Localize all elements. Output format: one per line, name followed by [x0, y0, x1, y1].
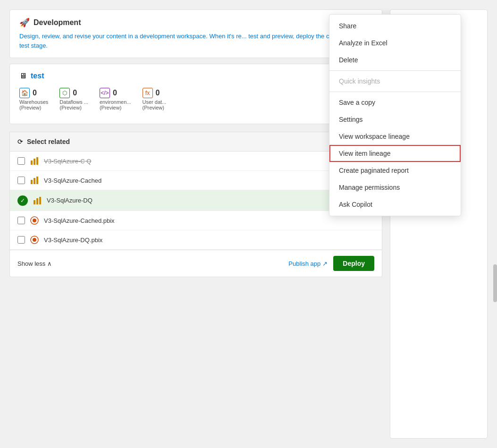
test-header: 🖥 test — [19, 72, 372, 80]
development-icon: 🚀 — [19, 17, 30, 28]
main-container: 🚀 Development Design, review, and revise… — [0, 0, 497, 448]
environments-label: environmen... — [100, 99, 131, 105]
warehouse-sublabel: (Preview) — [19, 105, 41, 110]
userdata-icon: fx — [143, 88, 153, 98]
development-card: 🚀 Development Design, review, and revise… — [9, 9, 382, 58]
development-description: Design, review, and revise your content … — [19, 32, 372, 50]
scrollbar-thumb[interactable] — [493, 264, 497, 302]
development-title: Development — [34, 18, 81, 27]
svg-rect-2 — [36, 157, 38, 165]
list-item[interactable]: V3-SqlAzure-Cached.pbix — [10, 211, 382, 230]
menu-item-ask-copilot[interactable]: Ask Copilot — [329, 196, 461, 213]
menu-item-manage-permissions[interactable]: Manage permissions — [329, 179, 461, 196]
item-1-chart-icon — [30, 156, 39, 166]
dataflows-sublabel: (Preview) — [59, 105, 81, 110]
item-1-checkbox[interactable] — [17, 157, 25, 165]
items-list: V3-SqlAzure-C Q V3-SqlAzure-Cached — [9, 151, 382, 250]
item-1-name: V3-SqlAzure-C Q — [44, 158, 374, 165]
userdata-sublabel: (Preview) — [143, 105, 164, 110]
select-related-icon: ⟳ — [17, 138, 23, 145]
menu-item-share[interactable]: Share — [329, 17, 461, 34]
menu-divider-1 — [329, 70, 461, 71]
bottom-bar: Show less ∧ Publish app ↗ Deploy — [9, 250, 382, 277]
context-menu: Share Analyze in Excel Delete Quick insi… — [329, 14, 461, 216]
menu-item-quick-insights: Quick insights — [329, 73, 461, 90]
svg-rect-6 — [34, 200, 35, 204]
list-item[interactable]: V3-SqlAzure-C Q — [10, 152, 382, 171]
userdata-label: User dat... — [143, 99, 167, 105]
list-item[interactable]: V3-SqlAzure-DQ.pbix — [10, 230, 382, 250]
item-5-pbix-icon — [30, 235, 39, 245]
menu-divider-2 — [329, 92, 461, 92]
dataflows-icon: ⬡ — [59, 88, 70, 98]
list-item[interactable]: ✓ V3-SqlAzure-DQ ⋮ — [10, 190, 382, 211]
menu-item-save-copy[interactable]: Save a copy — [329, 94, 461, 111]
svg-rect-7 — [36, 198, 38, 204]
item-5-name: V3-SqlAzure-DQ.pbix — [44, 237, 374, 244]
svg-rect-1 — [34, 159, 35, 165]
menu-item-analyze[interactable]: Analyze in Excel — [329, 34, 461, 51]
dataflows-label: Dataflows ... — [59, 99, 88, 105]
menu-item-delete[interactable]: Delete — [329, 51, 461, 68]
deploy-button[interactable]: Deploy — [333, 256, 374, 271]
warehouse-icon: 🏠 — [19, 88, 30, 98]
svg-rect-4 — [34, 178, 35, 184]
svg-point-10 — [33, 219, 36, 222]
dataflows-count: 0 — [73, 89, 77, 97]
menu-item-item-lineage[interactable]: View item lineage — [329, 145, 461, 162]
item-2-name: V3-SqlAzure-Cached — [44, 177, 374, 184]
item-3-check: ✓ — [17, 195, 28, 206]
userdata-count: 0 — [156, 89, 160, 97]
svg-point-12 — [33, 238, 36, 242]
environments-sublabel: (Preview) — [100, 105, 121, 110]
svg-rect-3 — [31, 180, 33, 184]
metrics-row: 🏠 0 Warehouses (Preview) ⬡ 0 Dataflows .… — [19, 88, 372, 110]
test-title: test — [31, 72, 44, 80]
environments-icon: </> — [100, 88, 110, 98]
warehouse-label: Warehouses — [19, 99, 48, 105]
test-section: 🖥 test 🏠 0 Warehouses (Preview) ⬡ 0 — [9, 64, 382, 124]
item-4-pbix-icon — [30, 216, 39, 225]
svg-rect-0 — [31, 161, 33, 165]
item-4-checkbox[interactable] — [17, 217, 25, 224]
scrollbar-track — [493, 245, 497, 415]
menu-item-create-report[interactable]: Create paginated report — [329, 162, 461, 179]
list-item[interactable]: V3-SqlAzure-Cached — [10, 171, 382, 190]
menu-item-workspace-lineage[interactable]: View workspace lineage — [329, 128, 461, 145]
select-related-header: ⟳ Select related × 1 s — [9, 132, 382, 151]
item-3-name: V3-SqlAzure-DQ — [47, 197, 356, 204]
environments-count: 0 — [113, 89, 117, 97]
left-panel: 🚀 Development Design, review, and revise… — [9, 9, 382, 439]
svg-rect-5 — [36, 177, 38, 184]
metric-warehouses: 🏠 0 Warehouses (Preview) — [19, 88, 48, 110]
warehouse-count: 0 — [33, 89, 37, 97]
show-less-button[interactable]: Show less ∧ — [17, 260, 52, 267]
item-3-chart-icon — [33, 196, 42, 205]
item-2-chart-icon — [30, 176, 39, 185]
metric-dataflows: ⬡ 0 Dataflows ... (Preview) — [59, 88, 88, 110]
item-2-checkbox[interactable] — [17, 177, 25, 184]
item-4-name: V3-SqlAzure-Cached.pbix — [44, 217, 374, 224]
test-icon: 🖥 — [19, 72, 27, 80]
svg-rect-8 — [39, 197, 41, 204]
development-header: 🚀 Development — [19, 17, 372, 28]
menu-item-settings[interactable]: Settings — [329, 111, 461, 128]
publish-app-button[interactable]: Publish app ↗ — [288, 260, 328, 267]
select-related-title: Select related — [27, 138, 349, 145]
chevron-up-icon: ∧ — [47, 260, 52, 267]
item-5-checkbox[interactable] — [17, 236, 25, 244]
metric-environments: </> 0 environmen... (Preview) — [100, 88, 131, 110]
external-link-icon: ↗ — [322, 260, 328, 267]
metric-userdata: fx 0 User dat... (Preview) — [143, 88, 167, 110]
